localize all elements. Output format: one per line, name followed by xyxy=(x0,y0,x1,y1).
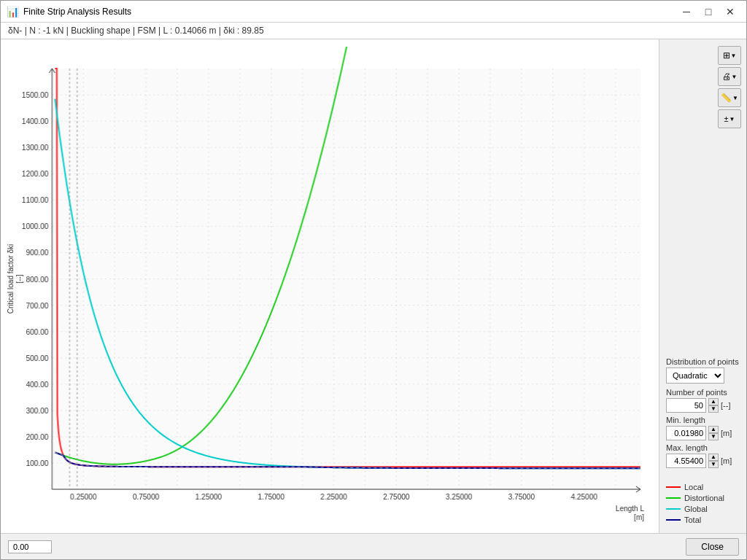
num-points-input[interactable] xyxy=(666,398,706,413)
legend-local-label: Local xyxy=(684,483,703,491)
chart-area xyxy=(1,39,659,533)
legend-total-label: Total xyxy=(684,516,701,524)
min-length-label: Min. length xyxy=(666,416,740,424)
legend-global: Global xyxy=(666,505,740,513)
max-length-row: ▲ ▼ [m] xyxy=(666,454,740,468)
main-content: ⊞ ▼ 🖨 ▼ 📏 ▼ ± ▼ xyxy=(1,39,746,533)
legend-distortional-line xyxy=(666,497,681,499)
min-length-row: ▲ ▼ [m] xyxy=(666,426,740,440)
ruler-icon: 📏 xyxy=(721,93,732,103)
distribution-select[interactable]: Quadratic Linear Logarithmic xyxy=(666,368,724,384)
ruler-button[interactable]: 📏 ▼ xyxy=(718,88,741,107)
coord-display: 0.00 xyxy=(8,540,52,553)
num-points-up[interactable]: ▲ xyxy=(708,398,719,405)
num-points-unit: [--] xyxy=(721,401,730,410)
legend-global-line xyxy=(666,508,681,510)
spacer xyxy=(663,131,743,172)
right-panel: ⊞ ▼ 🖨 ▼ 📏 ▼ ± ▼ xyxy=(659,39,746,533)
min-length-up[interactable]: ▲ xyxy=(708,426,719,433)
legend-global-label: Global xyxy=(684,505,708,513)
app-icon: 📊 xyxy=(7,6,19,18)
distribution-label: Distribution of points xyxy=(666,357,740,366)
axes-button[interactable]: ⊞ ▼ xyxy=(718,46,741,65)
num-points-row: ▲ ▼ [--] xyxy=(666,398,740,413)
subtitle-text: δN- | N : -1 kN | Buckling shape | FSM |… xyxy=(8,26,264,36)
maximize-button[interactable]: □ xyxy=(698,4,719,20)
legend-local-line xyxy=(666,486,681,488)
print-button[interactable]: 🖨 ▼ xyxy=(718,67,741,86)
subtitle-bar: δN- | N : -1 kN | Buckling shape | FSM |… xyxy=(1,23,746,39)
print-dropdown-icon: ▼ xyxy=(732,74,738,80)
max-length-input[interactable] xyxy=(666,454,706,468)
max-length-up[interactable]: ▲ xyxy=(708,454,719,461)
close-button[interactable]: Close xyxy=(686,538,739,556)
main-window: 📊 Finite Strip Analysis Results ─ □ ✕ δN… xyxy=(0,0,747,560)
max-length-spinner: ▲ ▼ xyxy=(708,454,719,468)
window-title: Finite Strip Analysis Results xyxy=(23,7,131,17)
legend-distortional: Distortional xyxy=(666,494,740,502)
plus-minus-icon: ± xyxy=(724,114,729,123)
max-length-down[interactable]: ▼ xyxy=(708,461,719,468)
min-length-unit: [m] xyxy=(721,429,732,438)
legend-section: Local Distortional Global Total xyxy=(663,480,743,529)
min-length-down[interactable]: ▼ xyxy=(708,433,719,440)
ruler-dropdown-icon: ▼ xyxy=(732,95,738,101)
print-icon: 🖨 xyxy=(722,71,731,82)
controls-section: Distribution of points Quadratic Linear … xyxy=(663,354,743,474)
title-bar-left: 📊 Finite Strip Analysis Results xyxy=(7,6,131,18)
legend-total-line xyxy=(666,519,681,521)
legend-total: Total xyxy=(666,516,740,524)
max-length-label: Max. length xyxy=(666,443,740,452)
dropdown-icon: ▼ xyxy=(731,52,737,59)
right-panel-inner: ⊞ ▼ 🖨 ▼ 📏 ▼ ± ▼ xyxy=(663,43,743,529)
distribution-select-wrapper: Quadratic Linear Logarithmic xyxy=(666,368,740,384)
num-points-spinner: ▲ ▼ xyxy=(708,398,719,413)
bottom-bar: 0.00 Close xyxy=(1,533,746,559)
title-bar-controls: ─ □ ✕ xyxy=(676,4,740,20)
legend-distortional-label: Distortional xyxy=(684,494,724,502)
pm-dropdown-icon: ▼ xyxy=(729,116,735,122)
minimize-button[interactable]: ─ xyxy=(676,4,697,20)
chart-canvas xyxy=(4,47,655,529)
legend-local: Local xyxy=(666,483,740,491)
top-toolbar: ⊞ ▼ 🖨 ▼ 📏 ▼ ± ▼ xyxy=(663,43,743,131)
min-length-input[interactable] xyxy=(666,426,706,440)
num-points-label: Number of points xyxy=(666,388,740,397)
axes-icon: ⊞ xyxy=(723,50,730,61)
plus-minus-button[interactable]: ± ▼ xyxy=(718,109,741,128)
min-length-spinner: ▲ ▼ xyxy=(708,426,719,440)
num-points-down[interactable]: ▼ xyxy=(708,405,719,413)
title-bar: 📊 Finite Strip Analysis Results ─ □ ✕ xyxy=(1,1,746,23)
close-window-button[interactable]: ✕ xyxy=(720,4,740,20)
max-length-unit: [m] xyxy=(721,456,732,465)
